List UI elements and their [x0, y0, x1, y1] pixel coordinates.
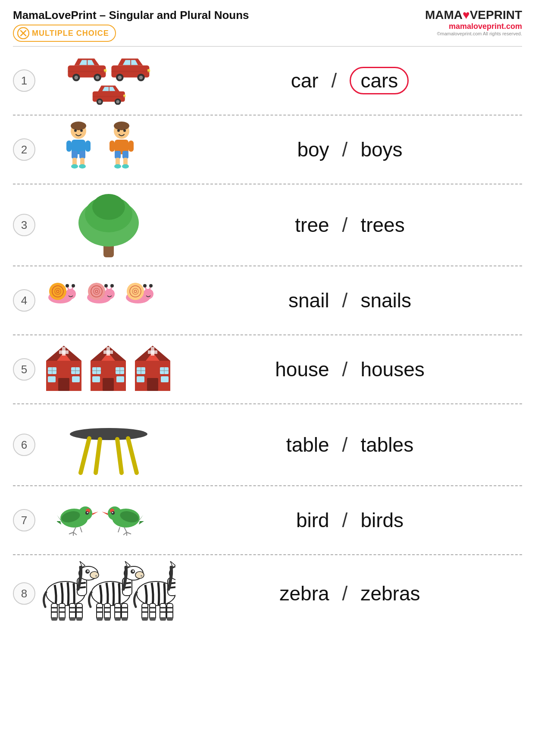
word-plural: trees	[360, 213, 404, 237]
word-slash: /	[342, 509, 348, 532]
svg-point-202	[132, 570, 134, 572]
question-words-5: house/houses	[178, 358, 522, 381]
svg-rect-58	[128, 141, 134, 152]
svg-point-18	[118, 75, 122, 79]
question-row-1: 1	[13, 47, 522, 116]
question-image-boys	[40, 122, 178, 178]
svg-point-72	[56, 290, 59, 293]
question-number-5: 5	[13, 358, 35, 381]
word-plural: cars	[350, 67, 409, 94]
svg-rect-44	[66, 141, 72, 152]
word-singular: bird	[296, 509, 329, 532]
svg-rect-120	[116, 376, 124, 382]
svg-point-62	[92, 194, 125, 220]
question-image-table	[40, 410, 178, 479]
logo: MAMA♥VEPRINT	[425, 9, 522, 22]
svg-rect-112	[103, 378, 114, 391]
question-number-4: 4	[13, 289, 35, 312]
svg-point-20	[139, 75, 143, 79]
question-row-6: 6 table/tables	[13, 404, 522, 486]
svg-rect-57	[110, 141, 115, 152]
svg-point-176	[87, 570, 89, 572]
header-right: MAMA♥VEPRINT mamaloveprint.com ©mamalove…	[425, 9, 522, 36]
svg-line-167	[123, 532, 127, 535]
svg-line-153	[73, 532, 77, 535]
svg-rect-126	[147, 378, 158, 391]
svg-rect-98	[58, 378, 69, 391]
word-singular: snail	[288, 289, 329, 312]
svg-point-56	[122, 164, 129, 169]
svg-point-155	[108, 506, 122, 520]
word-singular: table	[286, 433, 329, 456]
svg-rect-106	[72, 376, 80, 382]
svg-point-78	[110, 284, 114, 287]
svg-marker-156	[102, 512, 108, 515]
word-slash: /	[342, 289, 348, 312]
svg-point-10	[96, 75, 100, 79]
question-number-3: 3	[13, 214, 35, 236]
svg-rect-133	[137, 376, 144, 382]
svg-rect-12	[68, 71, 106, 72]
question-number-7: 7	[13, 509, 35, 531]
svg-point-92	[134, 290, 137, 293]
svg-rect-219	[122, 617, 128, 621]
svg-point-48	[117, 129, 120, 132]
svg-point-35	[74, 129, 77, 132]
svg-line-136	[81, 438, 89, 473]
svg-rect-45	[85, 141, 91, 152]
svg-line-163	[124, 527, 127, 532]
question-words-4: snail/snails	[178, 289, 522, 312]
svg-rect-32	[93, 96, 125, 97]
question-image-tree	[40, 191, 178, 259]
svg-line-139	[117, 439, 122, 473]
svg-rect-51	[115, 151, 121, 159]
svg-point-74	[104, 289, 115, 299]
question-image-houses	[40, 344, 178, 395]
svg-point-145	[87, 512, 88, 513]
svg-rect-119	[92, 376, 100, 382]
word-slash: /	[342, 433, 348, 456]
svg-point-64	[66, 289, 76, 299]
word-singular: zebra	[280, 582, 329, 605]
svg-rect-244	[160, 617, 166, 621]
svg-point-30	[116, 100, 119, 103]
word-plural: houses	[360, 358, 424, 381]
svg-line-165	[127, 532, 131, 534]
logo-part2: VEPRINT	[470, 8, 522, 22]
logo-part1: MAMA	[425, 8, 463, 22]
svg-rect-134	[161, 376, 169, 382]
question-row-4: 4	[13, 266, 522, 335]
svg-line-137	[128, 438, 137, 473]
svg-marker-148	[57, 521, 61, 525]
question-words-6: table/tables	[178, 433, 522, 456]
svg-rect-243	[150, 617, 156, 621]
svg-rect-245	[167, 617, 173, 621]
badge-icon	[17, 27, 29, 39]
logo-heart: ♥	[463, 8, 470, 22]
badge-label: MULTIPLE CHOICE	[32, 29, 109, 38]
header-left: MamaLovePrint – Singular and Plural Noun…	[13, 9, 249, 42]
svg-point-77	[104, 284, 108, 287]
svg-rect-39	[79, 151, 85, 159]
svg-point-135	[70, 428, 147, 440]
word-singular: tree	[295, 213, 329, 237]
svg-rect-105	[48, 376, 56, 382]
svg-rect-97	[59, 350, 69, 354]
svg-rect-22	[111, 71, 149, 72]
question-words-2: boy/boys	[178, 138, 522, 161]
svg-point-88	[149, 284, 153, 287]
svg-marker-142	[92, 512, 98, 515]
questions-list: 1	[13, 47, 522, 632]
svg-rect-218	[115, 617, 121, 621]
logo-url: mamaloveprint.com	[425, 22, 522, 31]
question-number-1: 1	[13, 69, 35, 92]
svg-point-173	[90, 572, 99, 578]
word-singular: house	[275, 358, 329, 381]
svg-point-47	[114, 122, 129, 130]
svg-point-43	[79, 164, 86, 169]
word-slash: /	[342, 138, 348, 161]
question-row-5: 5	[13, 335, 522, 404]
svg-line-149	[73, 527, 76, 532]
svg-point-28	[98, 100, 101, 103]
word-plural: tables	[360, 433, 413, 456]
